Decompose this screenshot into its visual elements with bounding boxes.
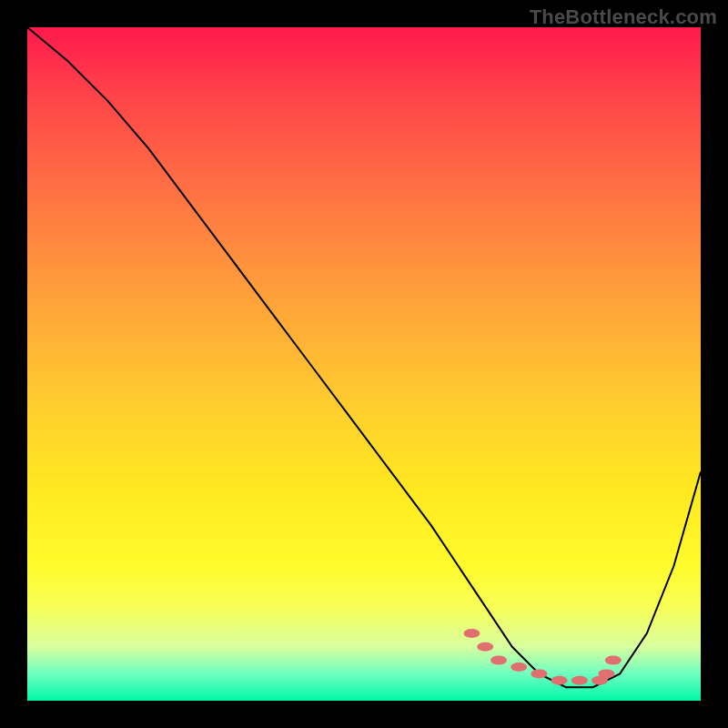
optimal-markers	[463, 629, 621, 685]
bottleneck-curve-line	[27, 27, 701, 687]
optimal-marker-dot	[571, 676, 588, 685]
optimal-marker-dot	[477, 642, 493, 652]
optimal-marker-dot	[531, 669, 547, 678]
optimal-marker-dot	[605, 656, 622, 665]
plot-area	[27, 27, 701, 701]
chart-container: TheBottleneck.com	[0, 0, 728, 728]
optimal-marker-dot	[463, 629, 480, 638]
optimal-marker-dot	[598, 669, 614, 678]
optimal-marker-dot	[511, 662, 527, 672]
chart-svg	[27, 27, 701, 701]
watermark-text: TheBottleneck.com	[530, 5, 717, 29]
optimal-marker-dot	[551, 676, 568, 685]
optimal-marker-dot	[490, 656, 507, 665]
